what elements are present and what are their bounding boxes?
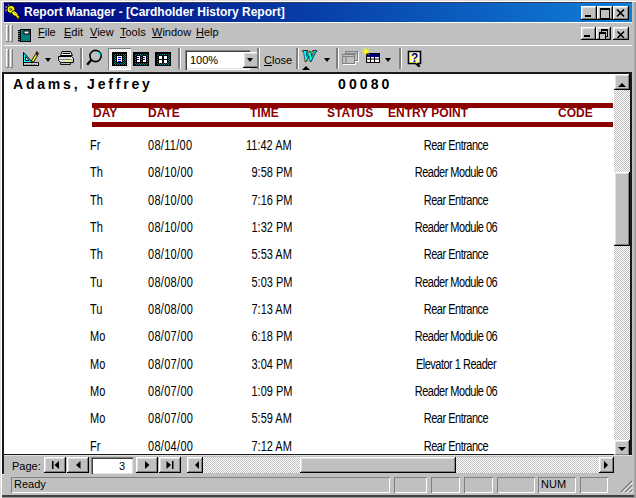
svg-text:?: ? [411, 51, 418, 65]
